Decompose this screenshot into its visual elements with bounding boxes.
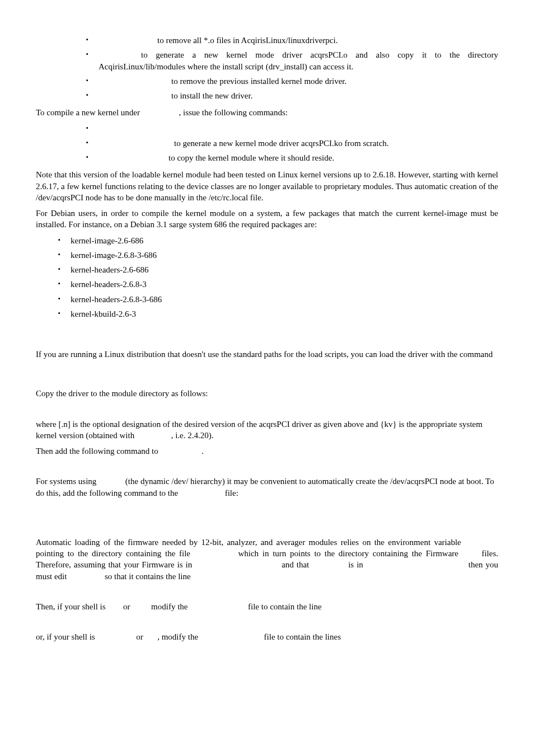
list-item: to generate a new kernel mode driver acq… [86,49,498,72]
text: is in [348,560,366,569]
list-item: to install the new driver. [86,90,498,101]
list-item: kernel-image-2.6-686 [58,235,498,246]
text: which in turn points to the directory co… [238,549,462,558]
list-item: to remove the previous installed kernel … [86,76,498,87]
text: modify the [151,602,190,611]
list-item: to remove all *.o files in AcqirisLinux/… [86,35,498,46]
item-desc: to generate a new kernel mode driver acq… [174,139,389,148]
list-item: kernel-headers-2.6.8-3 [58,279,498,290]
where-paragraph: where [.n] is the optional designation o… [36,419,498,442]
text: or [123,602,132,611]
item-desc: to remove the previous installed kernel … [171,77,346,86]
debian-paragraph: For Debian users, in order to compile th… [36,208,498,231]
compile-paragraph: To compile a new kernel under , issue th… [36,107,498,118]
list-item: kernel-headers-2.6.8-3-686 [58,294,498,305]
list-item: to generate a new kernel mode driver acq… [86,138,498,149]
text: file to contain the line [248,602,322,611]
note-paragraph: Note that this version of the loadable k… [36,169,498,203]
text: where [.n] is the optional designation o… [36,420,483,440]
text: and that [282,560,312,569]
distro-paragraph: If you are running a Linux distribution … [36,349,498,360]
list-item: kernel-image-2.6.8-3-686 [58,250,498,261]
auto-paragraph: Automatic loading of the firmware needed… [36,537,498,582]
text: Then, if your shell is [36,602,107,611]
shell2-paragraph: or, if your shell is or , modify the fil… [36,631,498,642]
item-desc: to copy the kernel module where it shoul… [168,153,334,162]
text: pointing to the directory containing the… [36,549,194,558]
text: file: [225,489,238,497]
systems-paragraph: For systems using (the dynamic /dev/ hie… [36,476,498,499]
text: or, if your shell is [36,632,97,641]
text: (the dynamic /dev/ hierarchy) it may be … [36,477,494,497]
command-list-2: to generate a new kernel mode driver acq… [36,123,498,164]
list-item: kernel-headers-2.6-686 [58,264,498,275]
text: For systems using [36,477,99,486]
list-item [86,123,498,134]
text: , modify the [157,632,200,641]
text: Automatic loading of the firmware needed… [36,538,465,547]
thenadd-paragraph: Then add the following command to . [36,445,498,457]
text: file to contain the lines [264,632,341,641]
command-list-1: to remove all *.o files in AcqirisLinux/… [36,35,498,101]
text: so that it contains the line [105,572,191,581]
item-desc: to remove all *.o files in AcqirisLinux/… [157,36,338,45]
list-item: kernel-kbuild-2.6-3 [58,308,498,320]
text: Then add the following command to [36,447,160,456]
text: To compile a new kernel under [36,108,142,117]
item-desc: to install the new driver. [171,91,252,100]
text: . [202,447,204,456]
text: or [136,632,145,641]
list-item: to copy the kernel module where it shoul… [86,152,498,163]
text: , issue the following commands: [179,108,288,117]
item-desc: to generate a new kernel mode driver acq… [99,50,498,71]
text: , i.e. 2.4.20). [171,431,214,440]
package-list: kernel-image-2.6-686 kernel-image-2.6.8-… [36,235,498,320]
copy-paragraph: Copy the driver to the module directory … [36,388,498,399]
shell1-paragraph: Then, if your shell is or modify the fil… [36,601,498,612]
